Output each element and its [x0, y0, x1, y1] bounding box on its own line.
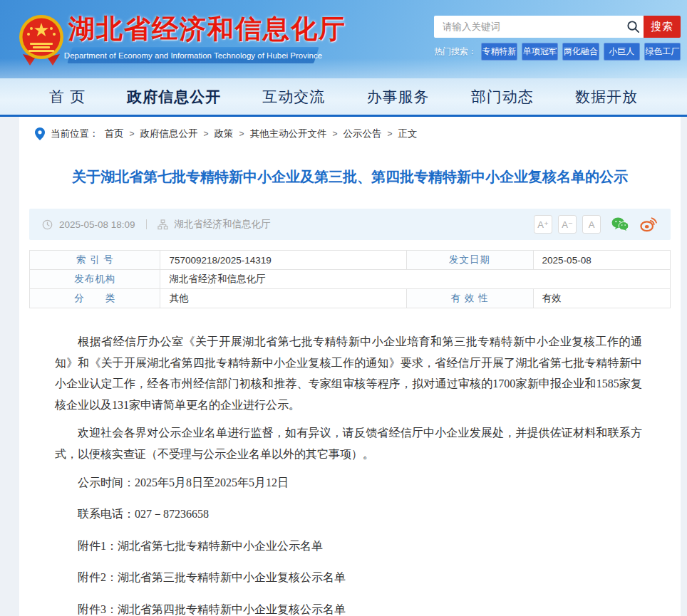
info-value-issue-date: 2025-05-08: [533, 251, 670, 270]
breadcrumb-separator: >: [388, 129, 393, 139]
wechat-share-icon[interactable]: [611, 216, 629, 232]
paragraph: 欢迎社会各界对公示企业名单进行监督，如有异议，请反馈省经信厅中小企业发展处，并提…: [55, 422, 642, 464]
info-value-issuing-agency: 湖北省经济和信息化厅: [160, 270, 671, 289]
hot-tag-zhuanjingtexin[interactable]: 专精特新: [481, 43, 517, 61]
breadcrumb: 当前位置： 首页 > 政府信息公开 > 政策 > 其他主动公开文件 > 公示公告…: [19, 117, 681, 147]
hot-tag-xiaojuren[interactable]: 小巨人: [604, 43, 640, 61]
search-box: [434, 16, 644, 38]
font-reset-button[interactable]: A: [582, 215, 601, 234]
search-icon[interactable]: [622, 20, 644, 33]
hot-tag-danxiangguanjun[interactable]: 单项冠军: [522, 43, 558, 61]
breadcrumb-separator: >: [130, 129, 135, 139]
table-row: 索 引 号 757009218/2025-14319 发文日期 2025-05-…: [30, 251, 671, 270]
national-emblem-icon: [19, 13, 64, 67]
search-input[interactable]: [434, 16, 622, 38]
breadcrumb-other-open-docs[interactable]: 其他主动公开文件: [250, 127, 327, 140]
main-nav: 首 页 政府信息公开 互动交流 办事服务 部门动态 数据开放: [0, 78, 687, 117]
publish-datetime: 2025-05-08 18:09: [59, 219, 135, 230]
nav-item-home[interactable]: 首 页: [49, 87, 86, 107]
site-title: 湖北省经济和信息化厅: [68, 11, 346, 47]
article-meta-bar: 2025-05-08 18:09 湖北省经济和信息化厅 A⁺ A⁻ A: [29, 209, 671, 240]
breadcrumb-separator: >: [333, 129, 338, 139]
document-info-table: 索 引 号 757009218/2025-14319 发文日期 2025-05-…: [29, 250, 671, 308]
article-body: 根据省经信厅办公室《关于开展湖北省第七批专精特新中小企业培育和第三批专精特新中小…: [55, 331, 642, 616]
article-source: 湖北省经济和信息化厅: [175, 218, 271, 231]
breadcrumb-separator: >: [239, 129, 244, 139]
info-label-issuing-agency: 发布机构: [30, 270, 160, 289]
breadcrumb-label: 当前位置：: [51, 127, 99, 140]
table-row: 发布机构 湖北省经济和信息化厅: [30, 270, 671, 289]
breadcrumb-policy[interactable]: 政策: [215, 127, 234, 140]
info-value-category: 其他: [160, 289, 406, 308]
font-increase-button[interactable]: A⁺: [534, 215, 552, 234]
info-value-validity: 有效: [533, 289, 670, 308]
font-decrease-button[interactable]: A⁻: [558, 215, 577, 234]
search-button[interactable]: 搜索: [644, 16, 681, 38]
content-card: 当前位置： 首页 > 政府信息公开 > 政策 > 其他主动公开文件 > 公示公告…: [19, 117, 681, 616]
breadcrumb-home[interactable]: 首页: [105, 127, 124, 140]
contact-phone-line: 联系电话：027－87236658: [55, 503, 642, 525]
meta-divider: [146, 219, 147, 229]
hot-tag-lvsegongchang[interactable]: 绿色工厂: [644, 43, 681, 61]
site-subtitle: Department of Economy and Information Te…: [64, 51, 322, 60]
nav-item-interaction[interactable]: 互动交流: [262, 87, 325, 107]
breadcrumb-gov-info[interactable]: 政府信息公开: [140, 127, 198, 140]
hot-search-label: 热门搜索：: [434, 46, 477, 58]
hot-tag-lianghuaronghe[interactable]: 两化融合: [562, 43, 599, 61]
attachment-link-2[interactable]: 附件2：湖北省第三批专精特新中小企业复核公示名单: [55, 567, 642, 588]
location-pin-icon: [35, 127, 45, 140]
info-label-index-number: 索 引 号: [30, 251, 160, 270]
nav-item-services[interactable]: 办事服务: [367, 87, 430, 107]
info-label-category: 分 类: [30, 289, 160, 308]
weibo-share-icon[interactable]: [639, 216, 658, 232]
attachment-link-1[interactable]: 附件1：湖北省第七批专精特新中小企业公示名单: [55, 536, 642, 557]
breadcrumb-notices[interactable]: 公示公告: [344, 127, 382, 140]
article-title: 关于湖北省第七批专精特新中小企业及第三批、第四批专精特新中小企业复核名单的公示: [48, 166, 652, 187]
breadcrumb-separator: >: [204, 129, 209, 139]
hot-search-row: 热门搜索： 专精特新 单项冠军 两化融合 小巨人 绿色工厂: [434, 43, 681, 61]
clock-icon: [42, 219, 53, 230]
nav-item-dept-news[interactable]: 部门动态: [471, 87, 534, 107]
site-subtitle-ribbon: Department of Economy and Information Te…: [67, 47, 319, 63]
search-area: 搜索 热门搜索： 专精特新 单项冠军 两化融合 小巨人 绿色工厂: [434, 16, 681, 61]
nav-item-open-data[interactable]: 数据开放: [575, 87, 638, 107]
table-row: 分 类 其他 有 效 性 有效: [30, 289, 671, 308]
nav-item-gov-info[interactable]: 政府信息公开: [127, 87, 221, 107]
info-value-index-number: 757009218/2025-14319: [160, 251, 406, 270]
paragraph: 根据省经信厅办公室《关于开展湖北省第七批专精特新中小企业培育和第三批专精特新中小…: [55, 331, 642, 415]
publicity-period-line: 公示时间：2025年5月8日至2025年5月12日: [55, 472, 642, 494]
breadcrumb-current: 正文: [398, 127, 418, 140]
attachment-link-3[interactable]: 附件3：湖北省第四批专精特新中小企业复核公示名单: [55, 599, 642, 616]
site-banner: 湖北省经济和信息化厅 Department of Economy and Inf…: [0, 0, 687, 78]
info-label-issue-date: 发文日期: [406, 251, 533, 270]
organization-icon: [157, 219, 168, 230]
info-label-validity: 有 效 性: [406, 289, 533, 308]
